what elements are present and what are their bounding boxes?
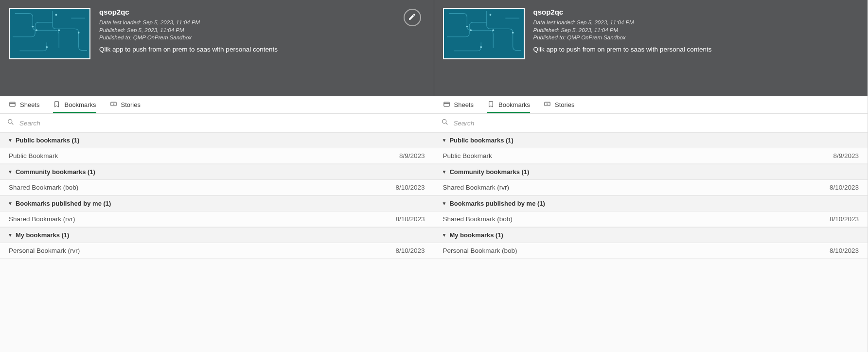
svg-point-17 (480, 46, 482, 48)
sheets-icon (9, 101, 16, 109)
bookmark-date: 8/10/2023 (830, 184, 859, 191)
tab-sheets[interactable]: Sheets (443, 96, 474, 113)
meta-published: Published: Sep 5, 2023, 11:04 PM (99, 27, 425, 35)
bookmark-name: Shared Bookmark (bob) (9, 184, 78, 191)
tab-label: Sheets (454, 101, 474, 108)
bookmark-date: 8/9/2023 (833, 152, 859, 159)
chevron-down-icon: ▼ (442, 169, 447, 175)
svg-point-3 (55, 14, 57, 16)
bookmark-date: 8/10/2023 (830, 247, 859, 254)
section-title: Bookmarks published by me (1) (16, 200, 111, 207)
app-header: qsop2qc Data last loaded: Sep 5, 2023, 1… (0, 0, 434, 96)
bookmark-date: 8/10/2023 (395, 184, 425, 191)
svg-line-11 (12, 123, 13, 124)
stories-icon (110, 101, 117, 109)
meta-published: Published: Sep 5, 2023, 11:04 PM (533, 27, 859, 35)
chevron-down-icon: ▼ (442, 138, 447, 143)
app-header: qsop2qc Data last loaded: Sep 5, 2023, 1… (434, 0, 868, 96)
bookmark-row[interactable]: Shared Bookmark (rvr) 8/10/2023 (434, 180, 868, 195)
app-description: Qlik app to push from on prem to saas wi… (533, 46, 859, 53)
bookmark-row[interactable]: Personal Bookmark (bob) 8/10/2023 (434, 243, 868, 259)
bookmark-name: Shared Bookmark (rvr) (443, 184, 510, 191)
svg-rect-18 (443, 102, 449, 106)
search-input[interactable] (449, 120, 861, 127)
chevron-down-icon: ▼ (8, 169, 13, 175)
section-title: Community bookmarks (1) (16, 168, 95, 176)
svg-marker-9 (113, 103, 115, 105)
svg-point-12 (466, 26, 468, 28)
tab-stories[interactable]: Stories (544, 96, 574, 113)
chevron-down-icon: ▼ (8, 232, 13, 238)
search-icon (7, 118, 15, 128)
search-icon (441, 118, 449, 128)
section-header-public[interactable]: ▼ Public bookmarks (1) (0, 132, 434, 148)
section-title: Community bookmarks (1) (449, 168, 529, 176)
bookmark-icon (53, 101, 60, 109)
svg-point-0 (32, 26, 34, 28)
section-header-my-bookmarks[interactable]: ▼ My bookmarks (1) (0, 227, 434, 243)
svg-point-2 (35, 29, 37, 31)
svg-point-10 (8, 120, 12, 123)
svg-point-16 (512, 32, 514, 34)
left-pane: qsop2qc Data last loaded: Sep 5, 2023, 1… (0, 0, 434, 352)
svg-marker-21 (547, 103, 549, 105)
section-title: My bookmarks (1) (449, 231, 503, 239)
tab-bar: Sheets Bookmarks Stories (434, 96, 868, 114)
edit-button[interactable] (404, 9, 421, 26)
app-thumbnail (443, 8, 525, 59)
svg-line-23 (446, 123, 447, 124)
tab-sheets[interactable]: Sheets (9, 96, 39, 113)
meta-loaded: Data last loaded: Sep 5, 2023, 11:04 PM (533, 19, 859, 27)
meta-published-to: Published to: QMP OnPrem Sandbox (533, 34, 859, 42)
tab-bookmarks[interactable]: Bookmarks (53, 96, 96, 113)
bookmark-date: 8/10/2023 (395, 215, 425, 223)
stories-icon (544, 101, 551, 109)
section-title: Bookmarks published by me (1) (449, 200, 545, 207)
pencil-icon (408, 13, 416, 23)
tab-label: Bookmarks (498, 101, 530, 108)
bookmark-name: Shared Bookmark (bob) (443, 215, 513, 223)
meta-published-to: Published to: QMP OnPrem Sandbox (99, 34, 425, 42)
tab-label: Stories (121, 101, 141, 108)
bookmark-row[interactable]: Public Bookmark 8/9/2023 (0, 148, 434, 164)
tab-bookmarks[interactable]: Bookmarks (487, 96, 530, 113)
section-header-my-bookmarks[interactable]: ▼ My bookmarks (1) (434, 227, 868, 243)
section-title: Public bookmarks (1) (16, 137, 79, 144)
svg-point-1 (58, 29, 60, 31)
sheets-icon (443, 101, 450, 109)
section-header-community[interactable]: ▼ Community bookmarks (1) (434, 164, 868, 180)
svg-point-13 (492, 29, 494, 31)
app-description: Qlik app to push from on prem to saas wi… (99, 46, 425, 53)
bookmark-name: Personal Bookmark (bob) (443, 247, 517, 254)
section-header-published-by-me[interactable]: ▼ Bookmarks published by me (1) (434, 195, 868, 211)
bookmark-icon (487, 101, 495, 109)
search-input[interactable] (15, 120, 427, 127)
bookmark-list: ▼ Public bookmarks (1) Public Bookmark 8… (434, 132, 868, 352)
app-meta: qsop2qc Data last loaded: Sep 5, 2023, 1… (533, 8, 859, 88)
bookmark-date: 8/10/2023 (830, 215, 859, 223)
app-thumbnail (9, 8, 90, 59)
bookmark-row[interactable]: Shared Bookmark (bob) 8/10/2023 (434, 211, 868, 227)
tab-bar: Sheets Bookmarks Stories (0, 96, 434, 114)
section-header-published-by-me[interactable]: ▼ Bookmarks published by me (1) (0, 195, 434, 211)
bookmark-row[interactable]: Shared Bookmark (rvr) 8/10/2023 (0, 211, 434, 227)
bookmark-name: Public Bookmark (443, 152, 492, 159)
app-title: qsop2qc (99, 8, 425, 16)
section-title: My bookmarks (1) (16, 231, 70, 239)
section-header-public[interactable]: ▼ Public bookmarks (1) (434, 132, 868, 148)
meta-loaded: Data last loaded: Sep 5, 2023, 11:04 PM (99, 19, 425, 27)
bookmark-name: Personal Bookmark (rvr) (9, 247, 80, 254)
tab-stories[interactable]: Stories (110, 96, 141, 113)
bookmark-row[interactable]: Personal Bookmark (rvr) 8/10/2023 (0, 243, 434, 259)
bookmark-row[interactable]: Shared Bookmark (bob) 8/10/2023 (0, 180, 434, 195)
svg-rect-6 (10, 102, 15, 106)
app-meta: qsop2qc Data last loaded: Sep 5, 2023, 1… (99, 8, 425, 88)
bookmark-list: ▼ Public bookmarks (1) Public Bookmark 8… (0, 132, 434, 352)
tab-label: Stories (555, 101, 574, 108)
tab-label: Sheets (20, 101, 39, 108)
section-header-community[interactable]: ▼ Community bookmarks (1) (0, 164, 434, 180)
svg-point-5 (46, 46, 48, 48)
chevron-down-icon: ▼ (8, 138, 13, 143)
bookmark-row[interactable]: Public Bookmark 8/9/2023 (434, 148, 868, 164)
svg-point-15 (489, 14, 491, 16)
